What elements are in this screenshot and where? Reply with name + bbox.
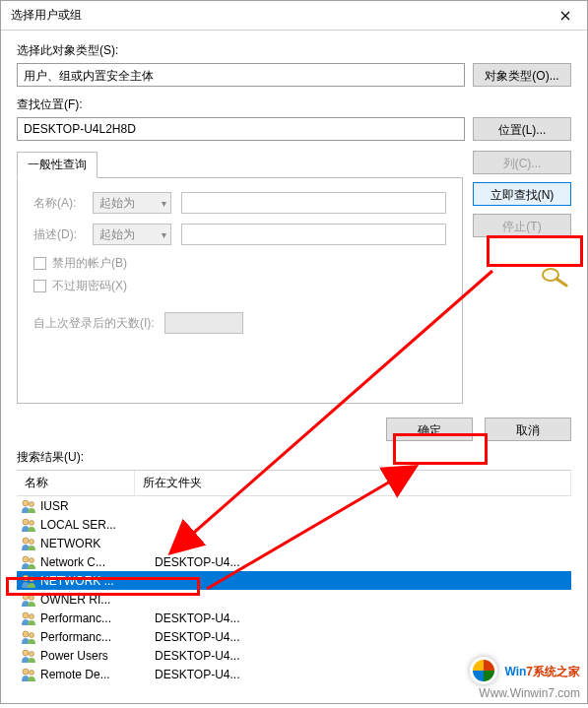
item-name: OWNER RI...: [40, 593, 151, 607]
svg-point-2: [546, 271, 552, 275]
item-name: Performanc...: [40, 611, 151, 625]
ok-button[interactable]: 确定: [386, 418, 473, 441]
list-item[interactable]: OWNER RI...: [17, 590, 571, 609]
results-table: 名称 所在文件夹 IUSRLOCAL SER...NETWORKNetwork …: [17, 470, 571, 693]
item-name: IUSR: [40, 499, 151, 513]
search-icon: [536, 265, 571, 289]
list-item[interactable]: Performanc...DESKTOP-U4...: [17, 609, 571, 627]
svg-point-13: [23, 594, 29, 600]
item-folder: DESKTOP-U4...: [151, 668, 567, 681]
location-field[interactable]: DESKTOP-U4L2H8D: [17, 117, 465, 141]
item-name: Performanc...: [40, 630, 151, 644]
desc-match-combo[interactable]: 起始为 ▾: [93, 224, 171, 245]
dialog-content: 选择此对象类型(S): 用户、组或内置安全主体 对象类型(O)... 查找位置(…: [1, 31, 587, 703]
svg-point-8: [30, 539, 34, 544]
desc-match-value: 起始为: [99, 226, 135, 243]
svg-point-14: [30, 595, 34, 600]
results-label: 搜索结果(U):: [17, 449, 571, 466]
name-input[interactable]: [181, 192, 446, 214]
disabled-accounts-checkbox[interactable]: [33, 257, 46, 270]
nonexpire-password-label: 不过期密码(X): [52, 278, 127, 294]
svg-point-9: [23, 556, 29, 562]
item-name: Remote De...: [40, 668, 151, 681]
list-item[interactable]: Remote De...DESKTOP-U4...: [17, 665, 571, 683]
column-folder[interactable]: 所在文件夹: [135, 471, 571, 495]
find-now-button[interactable]: 立即查找(N): [473, 182, 571, 206]
svg-point-5: [23, 519, 29, 525]
window-title: 选择用户或组: [11, 7, 82, 24]
user-group-icon: [21, 611, 36, 626]
user-group-icon: [21, 667, 36, 682]
svg-point-22: [30, 670, 34, 675]
list-item[interactable]: Performanc...DESKTOP-U4...: [17, 627, 571, 646]
close-button[interactable]: [543, 1, 587, 31]
item-folder: DESKTOP-U4...: [151, 555, 567, 569]
results-list[interactable]: IUSRLOCAL SER...NETWORKNetwork C...DESKT…: [17, 496, 571, 693]
svg-point-11: [23, 575, 29, 581]
user-group-icon: [21, 498, 36, 514]
name-label: 名称(A):: [33, 195, 83, 212]
svg-point-16: [30, 613, 34, 618]
list-item[interactable]: Network C...DESKTOP-U4...: [17, 552, 571, 571]
user-group-icon: [21, 554, 36, 570]
svg-point-4: [30, 501, 34, 506]
columns-button[interactable]: 列(C)...: [473, 151, 571, 174]
list-item[interactable]: Power UsersDESKTOP-U4...: [17, 646, 571, 665]
days-since-logon-label: 自上次登录后的天数(I):: [33, 315, 155, 332]
svg-point-21: [23, 669, 29, 675]
svg-point-17: [23, 631, 29, 637]
user-group-icon: [21, 573, 36, 589]
list-item[interactable]: NETWORK: [17, 534, 571, 552]
columns-header: 名称 所在文件夹: [17, 471, 571, 496]
desc-input[interactable]: [181, 224, 446, 245]
item-name: LOCAL SER...: [40, 518, 151, 532]
svg-point-3: [23, 500, 29, 506]
svg-point-15: [23, 612, 29, 618]
svg-point-6: [30, 520, 34, 525]
svg-line-1: [556, 279, 566, 286]
location-label: 查找位置(F):: [17, 97, 571, 113]
item-folder: DESKTOP-U4...: [151, 630, 567, 644]
tab-common-queries[interactable]: 一般性查询: [17, 152, 98, 178]
object-type-field[interactable]: 用户、组或内置安全主体: [17, 63, 465, 87]
object-types-button[interactable]: 对象类型(O)...: [473, 63, 571, 87]
days-since-logon-stepper[interactable]: [164, 312, 243, 334]
item-name: NETWORK ...: [40, 574, 151, 588]
user-group-icon: [21, 629, 36, 645]
list-item[interactable]: NETWORK ...: [17, 571, 571, 590]
item-name: NETWORK: [40, 537, 151, 550]
svg-point-18: [30, 632, 34, 637]
locations-button[interactable]: 位置(L)...: [473, 117, 571, 141]
disabled-accounts-label: 禁用的帐户(B): [52, 255, 127, 272]
titlebar: 选择用户或组: [1, 1, 587, 31]
user-group-icon: [21, 648, 36, 664]
cancel-button[interactable]: 取消: [485, 418, 571, 441]
stop-button[interactable]: 停止(T): [473, 214, 571, 237]
nonexpire-password-checkbox[interactable]: [33, 280, 46, 292]
list-item[interactable]: LOCAL SER...: [17, 515, 571, 534]
item-name: Network C...: [40, 555, 151, 569]
list-item[interactable]: IUSR: [17, 496, 571, 515]
chevron-down-icon: ▾: [162, 229, 166, 240]
name-match-value: 起始为: [99, 195, 135, 212]
svg-point-10: [30, 557, 34, 562]
svg-point-20: [30, 651, 34, 656]
column-name[interactable]: 名称: [17, 471, 135, 495]
user-group-icon: [21, 536, 36, 551]
item-name: Power Users: [40, 649, 151, 663]
item-folder: DESKTOP-U4...: [151, 649, 567, 663]
item-folder: DESKTOP-U4...: [151, 611, 567, 625]
svg-point-19: [23, 650, 29, 656]
common-queries-tabbox: 一般性查询 名称(A): 起始为 ▾ 描述(D): 起始为: [17, 151, 463, 404]
dialog-window: 选择用户或组 选择此对象类型(S): 用户、组或内置安全主体 对象类型(O)..…: [0, 0, 588, 704]
chevron-down-icon: ▾: [162, 198, 166, 209]
object-type-label: 选择此对象类型(S):: [17, 42, 571, 59]
tab-panel: 名称(A): 起始为 ▾ 描述(D): 起始为 ▾: [17, 177, 463, 404]
svg-point-12: [30, 576, 34, 581]
side-buttons: 列(C)... 立即查找(N) 停止(T): [473, 151, 571, 404]
close-icon: [560, 11, 570, 21]
user-group-icon: [21, 592, 36, 608]
desc-label: 描述(D):: [33, 226, 83, 243]
name-match-combo[interactable]: 起始为 ▾: [93, 192, 171, 214]
user-group-icon: [21, 517, 36, 533]
